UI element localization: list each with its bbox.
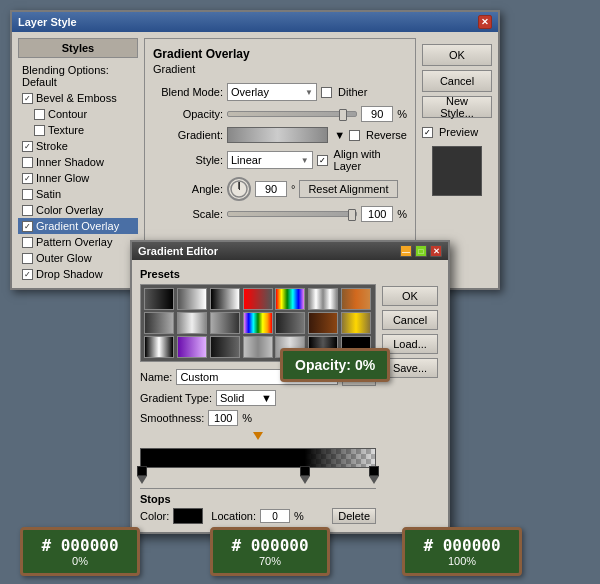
gradient-overlay-checkbox[interactable] bbox=[22, 221, 33, 232]
reset-alignment-button[interactable]: Reset Alignment bbox=[299, 180, 397, 198]
color-stop-70[interactable] bbox=[300, 466, 310, 484]
gradient-bar-container bbox=[140, 432, 376, 484]
opacity-stop-mid[interactable] bbox=[253, 432, 263, 440]
opacity-label: Opacity: bbox=[153, 108, 223, 120]
angle-input[interactable] bbox=[255, 181, 287, 197]
stop-color-preview[interactable] bbox=[173, 508, 203, 524]
sidebar-item-blending[interactable]: Blending Options: Default bbox=[18, 62, 138, 90]
layer-style-title: Layer Style bbox=[18, 16, 77, 28]
preview-checkbox[interactable] bbox=[422, 127, 433, 138]
outer-glow-checkbox[interactable] bbox=[22, 253, 33, 264]
preset-dark-grey[interactable] bbox=[210, 336, 240, 358]
contour-checkbox[interactable] bbox=[34, 109, 45, 120]
sidebar-item-gradient-overlay[interactable]: Gradient Overlay bbox=[18, 218, 138, 234]
angle-unit: ° bbox=[291, 183, 295, 195]
preset-silver1[interactable] bbox=[144, 312, 174, 334]
sidebar-item-texture[interactable]: Texture bbox=[18, 122, 138, 138]
color-overlay-label: Color Overlay bbox=[36, 204, 103, 216]
ge-save-button[interactable]: Save... bbox=[382, 358, 438, 378]
style-value: Linear bbox=[231, 154, 262, 166]
sidebar-item-outer-glow[interactable]: Outer Glow bbox=[18, 250, 138, 266]
preset-silver3[interactable] bbox=[210, 312, 240, 334]
satin-checkbox[interactable] bbox=[22, 189, 33, 200]
gradient-arrow[interactable]: ▼ bbox=[334, 129, 345, 141]
color-stop-0[interactable] bbox=[137, 466, 147, 484]
stop-arrow-0 bbox=[137, 476, 147, 484]
preset-rust[interactable] bbox=[308, 312, 338, 334]
close-icon[interactable]: ✕ bbox=[478, 15, 492, 29]
preset-transparent[interactable] bbox=[144, 288, 174, 310]
layer-style-sidebar: Styles Blending Options: Default Bevel &… bbox=[18, 38, 138, 282]
opacity-input[interactable] bbox=[361, 106, 393, 122]
location-label: Location: bbox=[211, 510, 256, 522]
stroke-checkbox[interactable] bbox=[22, 141, 33, 152]
sidebar-item-color-overlay[interactable]: Color Overlay bbox=[18, 202, 138, 218]
preset-bg[interactable] bbox=[275, 312, 305, 334]
drop-shadow-checkbox[interactable] bbox=[22, 269, 33, 280]
cancel-button[interactable]: Cancel bbox=[422, 70, 492, 92]
sidebar-item-inner-glow[interactable]: Inner Glow bbox=[18, 170, 138, 186]
pattern-overlay-checkbox[interactable] bbox=[22, 237, 33, 248]
ge-cancel-button[interactable]: Cancel bbox=[382, 310, 438, 330]
new-style-button[interactable]: New Style... bbox=[422, 96, 492, 118]
inner-glow-checkbox[interactable] bbox=[22, 173, 33, 184]
ge-load-button[interactable]: Load... bbox=[382, 334, 438, 354]
preset-spec[interactable] bbox=[144, 336, 174, 358]
angle-label: Angle: bbox=[153, 183, 223, 195]
sidebar-item-pattern-overlay[interactable]: Pattern Overlay bbox=[18, 234, 138, 250]
preset-copper[interactable] bbox=[341, 288, 371, 310]
inner-shadow-checkbox[interactable] bbox=[22, 157, 33, 168]
preset-red[interactable] bbox=[243, 288, 273, 310]
style-select[interactable]: Linear ▼ bbox=[227, 151, 313, 169]
color-stops bbox=[140, 468, 376, 484]
blend-mode-select[interactable]: Overlay ▼ bbox=[227, 83, 317, 101]
gradient-bar[interactable] bbox=[140, 448, 376, 468]
dither-checkbox[interactable] bbox=[321, 87, 332, 98]
ok-button[interactable]: OK bbox=[422, 44, 492, 66]
scale-slider[interactable] bbox=[227, 211, 357, 217]
scale-input[interactable] bbox=[361, 206, 393, 222]
preset-tw[interactable] bbox=[177, 288, 207, 310]
sidebar-item-inner-shadow[interactable]: Inner Shadow bbox=[18, 154, 138, 170]
ge-ok-button[interactable]: OK bbox=[382, 286, 438, 306]
delete-button[interactable]: Delete bbox=[332, 508, 376, 524]
gradient-type-select[interactable]: Solid ▼ bbox=[216, 390, 276, 406]
opacity-thumb[interactable] bbox=[339, 109, 347, 121]
minimize-icon[interactable]: — bbox=[400, 245, 412, 257]
gradient-type-arrow: ▼ bbox=[261, 392, 272, 404]
section-title: Gradient Overlay bbox=[153, 47, 407, 61]
reverse-checkbox[interactable] bbox=[349, 130, 360, 141]
label-box-70: # 000000 70% bbox=[210, 527, 330, 576]
label-pct-70: 70% bbox=[223, 555, 317, 567]
preset-gold[interactable] bbox=[341, 312, 371, 334]
gradient-preview[interactable] bbox=[227, 127, 328, 143]
smoothness-input[interactable] bbox=[208, 410, 238, 426]
align-layer-checkbox[interactable] bbox=[317, 155, 328, 166]
preset-silver2[interactable] bbox=[177, 312, 207, 334]
preset-bw[interactable] bbox=[210, 288, 240, 310]
preset-chrome[interactable] bbox=[308, 288, 338, 310]
texture-checkbox[interactable] bbox=[34, 125, 45, 136]
preset-rainbow[interactable] bbox=[275, 288, 305, 310]
preset-violet[interactable] bbox=[177, 336, 207, 358]
color-overlay-checkbox[interactable] bbox=[22, 205, 33, 216]
sidebar-item-drop-shadow[interactable]: Drop Shadow bbox=[18, 266, 138, 282]
sidebar-item-satin[interactable]: Satin bbox=[18, 186, 138, 202]
sidebar-item-contour[interactable]: Contour bbox=[18, 106, 138, 122]
scale-thumb[interactable] bbox=[348, 209, 356, 221]
angle-dial[interactable] bbox=[227, 177, 251, 201]
stop-color-icon-100 bbox=[369, 466, 379, 476]
style-label: Style: bbox=[153, 154, 223, 166]
preset-rainbow2[interactable] bbox=[243, 312, 273, 334]
preset-silver4[interactable] bbox=[243, 336, 273, 358]
location-input[interactable] bbox=[260, 509, 290, 523]
bevel-checkbox[interactable] bbox=[22, 93, 33, 104]
opacity-slider[interactable] bbox=[227, 111, 357, 117]
sidebar-item-stroke[interactable]: Stroke bbox=[18, 138, 138, 154]
maximize-icon[interactable]: □ bbox=[415, 245, 427, 257]
sidebar-item-bevel[interactable]: Bevel & Emboss bbox=[18, 90, 138, 106]
scale-unit: % bbox=[397, 208, 407, 220]
color-stop-100[interactable] bbox=[369, 466, 379, 484]
close-icon[interactable]: ✕ bbox=[430, 245, 442, 257]
blend-mode-arrow: ▼ bbox=[305, 88, 313, 97]
